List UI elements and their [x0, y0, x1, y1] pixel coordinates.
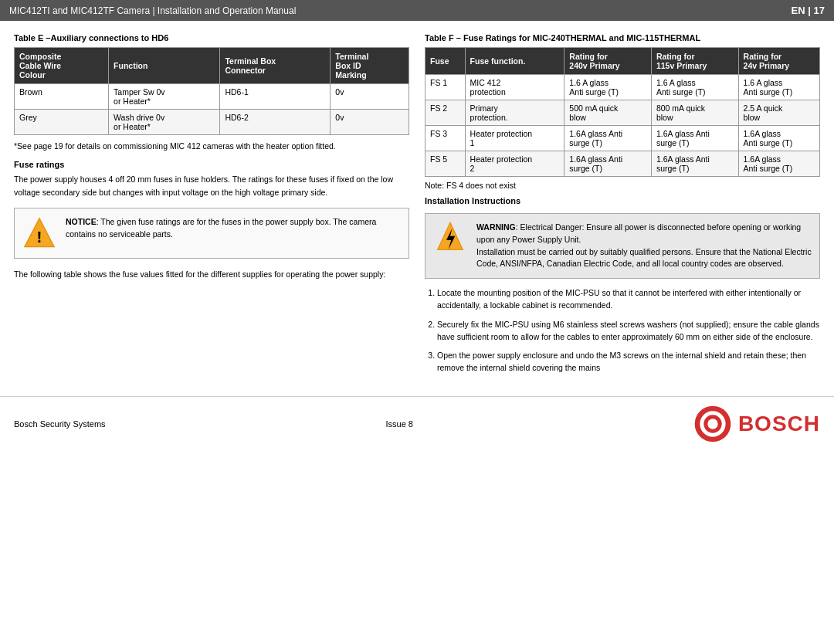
- header-bar: MIC412TI and MIC412TF Camera | Installat…: [0, 0, 834, 21]
- fuse-note: Note: FS 4 does not exist: [425, 181, 820, 190]
- table-e-footnote: *See page 19 for details on commissionin…: [14, 140, 409, 152]
- right-column: Table F – Fuse Ratings for MIC-240THERMA…: [425, 33, 820, 381]
- cell-connector-1: HD6-1: [220, 84, 331, 110]
- notice-body: : The given fuse ratings are for the fus…: [66, 217, 376, 239]
- fuse-240-2: 500 mA quickblow: [564, 100, 652, 126]
- fuse-para1: The power supply houses 4 off 20 mm fuse…: [14, 173, 409, 198]
- footer-company: Bosch Security Systems: [14, 419, 106, 429]
- cell-function-1: Tamper Sw 0vor Heater*: [109, 84, 220, 110]
- fuse-func-4: Heater protection2: [465, 151, 564, 177]
- cell-colour-2: Grey: [15, 110, 109, 135]
- warning-body: : Electrical Danger: Ensure all power is…: [476, 222, 812, 268]
- table-e-header-1: CompositeCable WireColour: [15, 48, 109, 84]
- cell-boxid-1: 0v: [331, 84, 409, 110]
- notice-box: ! NOTICE: The given fuse ratings are for…: [14, 208, 409, 259]
- fuse-240-3: 1.6A glass Antisurge (T): [564, 126, 652, 151]
- installation-title: Installation Instructions: [425, 196, 820, 205]
- warning-bolt-icon: [433, 222, 467, 256]
- fuse-240-1: 1.6 A glassAnti surge (T): [564, 75, 652, 100]
- table-e-header-3: Terminal BoxConnector: [220, 48, 331, 84]
- fuse-func-2: Primaryprotection.: [465, 100, 564, 126]
- bosch-logo-icon: [693, 405, 732, 443]
- warning-text: WARNING: Electrical Danger: Ensure all p…: [476, 222, 812, 270]
- fuse-240-4: 1.6A glass Antisurge (T): [564, 151, 652, 177]
- fuse-id-2: FS 2: [425, 100, 466, 126]
- bosch-brand-name: BOSCH: [738, 412, 820, 436]
- fuse-id-1: FS 1: [425, 75, 466, 100]
- table-e-title: Table E –Auxiliary connections to HD6: [14, 33, 409, 42]
- fuse-header-2: Fuse function.: [465, 48, 564, 75]
- fuse-header-3: Rating for240v Primary: [564, 48, 652, 75]
- table-row: FS 3 Heater protection1 1.6A glass Antis…: [425, 126, 820, 151]
- footer-logo-area: BOSCH: [693, 405, 820, 443]
- table-e-header-4: TerminalBox IDMarking: [331, 48, 409, 84]
- table-row: Grey Wash drive 0vor Heater* HD6-2 0v: [15, 110, 409, 135]
- fuse-para2: The following table shows the fuse value…: [14, 268, 409, 280]
- left-column: Table E –Auxiliary connections to HD6 Co…: [14, 33, 409, 381]
- table-row: FS 1 MIC 412protection 1.6 A glassAnti s…: [425, 75, 820, 100]
- fuse-24-4: 1.6A glassAnti surge (T): [738, 151, 819, 177]
- notice-text: NOTICE: The given fuse ratings are for t…: [66, 216, 401, 241]
- main-content: Table E –Auxiliary connections to HD6 Co…: [0, 21, 834, 388]
- table-row: FS 2 Primaryprotection. 500 mA quickblow…: [425, 100, 820, 126]
- cell-function-2: Wash drive 0vor Heater*: [109, 110, 220, 135]
- fuse-header-1: Fuse: [425, 48, 466, 75]
- table-e-header-2: Function: [109, 48, 220, 84]
- fuse-header-4: Rating for115v Primary: [651, 48, 738, 75]
- fuse-115-4: 1.6A glass Antisurge (T): [651, 151, 738, 177]
- install-list: Locate the mounting position of the MIC-…: [425, 286, 820, 375]
- notice-warning-icon: !: [22, 216, 56, 250]
- fuse-115-2: 800 mA quickblow: [651, 100, 738, 126]
- table-f-title: Table F – Fuse Ratings for MIC-240THERMA…: [425, 33, 820, 42]
- fuse-id-3: FS 3: [425, 126, 466, 151]
- svg-point-7: [707, 419, 717, 429]
- fuse-24-1: 1.6 A glassAnti surge (T): [738, 75, 819, 100]
- fuse-24-3: 1.6A glassAnti surge (T): [738, 126, 819, 151]
- table-f: Fuse Fuse function. Rating for240v Prima…: [425, 47, 820, 177]
- fuse-115-3: 1.6A glass Antisurge (T): [651, 126, 738, 151]
- footer-issue: Issue 8: [386, 419, 413, 429]
- fuse-id-4: FS 5: [425, 151, 466, 177]
- page-number: EN | 17: [792, 5, 825, 16]
- fuse-func-3: Heater protection1: [465, 126, 564, 151]
- table-e: CompositeCable WireColour Function Termi…: [14, 47, 409, 135]
- warning-box: WARNING: Electrical Danger: Ensure all p…: [425, 213, 820, 279]
- fuse-24-2: 2.5 A quickblow: [738, 100, 819, 126]
- fuse-header-5: Rating for24v Primary: [738, 48, 819, 75]
- fuse-func-1: MIC 412protection: [465, 75, 564, 100]
- cell-colour-1: Brown: [15, 84, 109, 110]
- warning-label: WARNING: [476, 222, 516, 232]
- list-item: Open the power supply enclosure and undo…: [437, 349, 820, 375]
- list-item: Locate the mounting position of the MIC-…: [437, 286, 820, 312]
- header-title: MIC412TI and MIC412TF Camera | Installat…: [9, 5, 296, 16]
- table-row: FS 5 Heater protection2 1.6A glass Antis…: [425, 151, 820, 177]
- fuse-115-1: 1.6 A glassAnti surge (T): [651, 75, 738, 100]
- svg-text:!: !: [37, 228, 42, 246]
- cell-boxid-2: 0v: [331, 110, 409, 135]
- list-item: Securely fix the MIC-PSU using M6 stainl…: [437, 318, 820, 344]
- cell-connector-2: HD6-2: [220, 110, 331, 135]
- fuse-ratings-title: Fuse ratings: [14, 160, 409, 169]
- footer: Bosch Security Systems Issue 8 BOSCH: [0, 396, 834, 451]
- notice-label: NOTICE: [66, 217, 97, 226]
- table-row: Brown Tamper Sw 0vor Heater* HD6-1 0v: [15, 84, 409, 110]
